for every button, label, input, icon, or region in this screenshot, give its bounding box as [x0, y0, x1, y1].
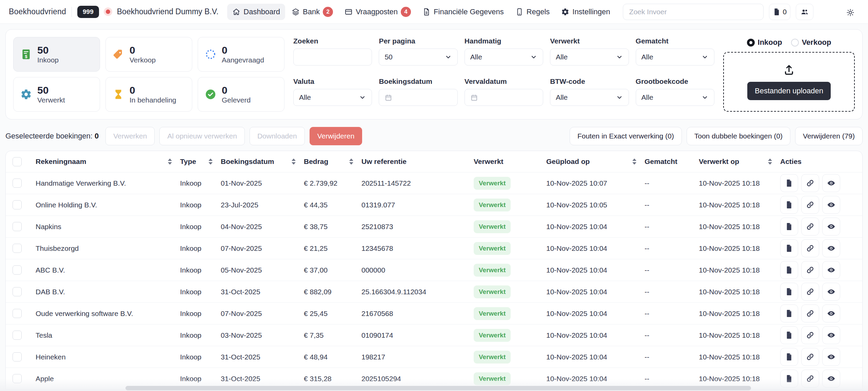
zoeken-input[interactable]	[293, 49, 372, 66]
cell-text: € 882,09	[304, 288, 332, 296]
al-opnieuw-verwerken-button[interactable]: Al opnieuw verwerken	[159, 127, 244, 145]
sort-toggle-verwerkt-op[interactable]	[768, 159, 772, 165]
theme-toggle-button[interactable]	[842, 4, 859, 20]
fouten-in-exact-verwerking-0-button[interactable]: Fouten in Exact verwerking (0)	[570, 127, 682, 145]
radio-option-verkoop[interactable]: Verkoop	[791, 38, 831, 47]
file-action-button[interactable]	[780, 348, 798, 366]
stat-card-aangevraagd[interactable]: 0Aangevraagd	[198, 37, 284, 72]
sort-toggle-boekingsdatum[interactable]	[292, 159, 296, 165]
search-input[interactable]	[623, 4, 764, 20]
vervaldatum-date-input[interactable]	[465, 89, 543, 106]
radio-selected[interactable]	[747, 39, 755, 46]
row-checkbox[interactable]	[13, 287, 22, 296]
boekingsdatum-date-input[interactable]	[379, 89, 457, 106]
link-action-button[interactable]	[801, 370, 819, 388]
grootboekcode-select[interactable]: Alle	[636, 89, 714, 106]
stat-card-verwerkt[interactable]: 50Verwerkt	[13, 77, 100, 112]
upload-files-button[interactable]: Bestanden uploaden	[747, 82, 831, 100]
file-action-button[interactable]	[780, 261, 798, 279]
per-pagina-select[interactable]: 50	[379, 49, 457, 66]
cell-text: --	[645, 244, 649, 253]
link-action-button[interactable]	[801, 348, 819, 366]
eye-action-button[interactable]	[822, 196, 840, 214]
eye-action-button[interactable]	[822, 370, 840, 388]
eye-action-button[interactable]	[822, 326, 840, 344]
toon-dubbele-boekingen-0-button[interactable]: Toon dubbele boekingen (0)	[687, 127, 790, 145]
horizontal-scrollbar-thumb[interactable]	[125, 386, 751, 390]
eye-action-button[interactable]	[822, 239, 840, 257]
file-action-button[interactable]	[780, 174, 798, 192]
sort-toggle-rekeningnaam[interactable]	[168, 159, 172, 165]
radio-unselected[interactable]	[791, 39, 799, 46]
downloaden-button[interactable]: Downloaden	[250, 127, 305, 145]
queue-button[interactable]: 0	[769, 4, 791, 20]
eye-action-button[interactable]	[822, 348, 840, 366]
cell-type: Inkoop	[180, 179, 221, 187]
row-checkbox[interactable]	[13, 374, 22, 383]
link-action-button[interactable]	[801, 326, 819, 344]
eye-action-button[interactable]	[822, 283, 840, 301]
sort-toggle-bedrag[interactable]	[349, 159, 353, 165]
row-actions	[780, 218, 862, 236]
nav-item-financi-le-gegevens[interactable]: Financiële Gegevens	[417, 4, 509, 20]
users-button[interactable]	[796, 4, 813, 20]
eye-action-button[interactable]	[822, 304, 840, 322]
radio-option-inkoop[interactable]: Inkoop	[747, 38, 782, 47]
link-action-button[interactable]	[801, 239, 819, 257]
link-action-button[interactable]	[801, 304, 819, 322]
nav-item-instellingen[interactable]: Instellingen	[556, 4, 615, 20]
row-checkbox[interactable]	[13, 222, 22, 231]
nav-item-regels[interactable]: Regels	[510, 4, 555, 20]
file-action-button[interactable]	[780, 196, 798, 214]
sort-toggle-type[interactable]	[209, 159, 213, 165]
link-action-button[interactable]	[801, 283, 819, 301]
filters-grid: ZoekenPer pagina50HandmatigAlleVerwerktA…	[293, 37, 714, 112]
link-action-button[interactable]	[801, 261, 819, 279]
row-checkbox[interactable]	[13, 331, 22, 340]
cell-geupload-op: 10-Nov-2025 10:04	[546, 353, 645, 361]
file-action-button[interactable]	[780, 370, 798, 388]
row-checkbox[interactable]	[13, 309, 22, 318]
verwerkt-select[interactable]: Alle	[550, 49, 629, 66]
handmatig-select[interactable]: Alle	[465, 49, 543, 66]
eye-action-button[interactable]	[822, 174, 840, 192]
cell-text: 10-Nov-2025 10:05	[546, 201, 607, 209]
select-all-checkbox[interactable]	[13, 157, 22, 166]
file-dropzone[interactable]: Bestanden uploaden	[723, 52, 855, 112]
btw-code-select[interactable]: Alle	[550, 89, 629, 106]
row-checkbox[interactable]	[13, 179, 22, 188]
file-action-button[interactable]	[780, 218, 798, 236]
stat-card-inkoop[interactable]: $50Inkoop	[13, 37, 100, 72]
file-action-button[interactable]	[780, 326, 798, 344]
row-checkbox[interactable]	[13, 352, 22, 361]
sort-toggle-ge-pload-op[interactable]	[632, 159, 636, 165]
link-action-button[interactable]	[801, 196, 819, 214]
file-action-button[interactable]	[780, 283, 798, 301]
nav-item-bank[interactable]: Bank2	[287, 3, 338, 21]
cell-text: 10-Nov-2025 10:04	[546, 244, 607, 253]
verwerken-button[interactable]: Verwerken	[105, 127, 155, 145]
cell-verwerkt: Verwerkt	[474, 242, 546, 255]
stat-card-in-behandeling[interactable]: 0In behandeling	[105, 77, 192, 112]
cell-text: --	[645, 266, 649, 274]
upload-mode-radios: InkoopVerkoop	[723, 37, 855, 48]
eye-action-button[interactable]	[822, 218, 840, 236]
eye-action-button[interactable]	[822, 261, 840, 279]
gematcht-select[interactable]: Alle	[636, 49, 714, 66]
stat-card-geleverd[interactable]: 0Geleverd	[198, 77, 284, 112]
nav-item-dashboard[interactable]: Dashboard	[227, 4, 285, 20]
link-action-button[interactable]	[801, 218, 819, 236]
link-action-button[interactable]	[801, 174, 819, 192]
valuta-select[interactable]: Alle	[293, 89, 372, 106]
file-action-button[interactable]	[780, 239, 798, 257]
verwijderen-79-button[interactable]: Verwijderen (79)	[795, 127, 863, 145]
nav-item-vraagposten[interactable]: Vraagposten4	[339, 3, 416, 21]
row-checkbox[interactable]	[13, 265, 22, 275]
delete-selected-button[interactable]: Verwijderen	[310, 127, 362, 145]
stat-card-verkoop[interactable]: 0Verkoop	[105, 37, 192, 72]
row-checkbox[interactable]	[13, 200, 22, 209]
file-action-button[interactable]	[780, 304, 798, 322]
column-label: Acties	[780, 157, 802, 166]
row-checkbox[interactable]	[13, 244, 22, 253]
radio-label: Inkoop	[758, 38, 782, 47]
